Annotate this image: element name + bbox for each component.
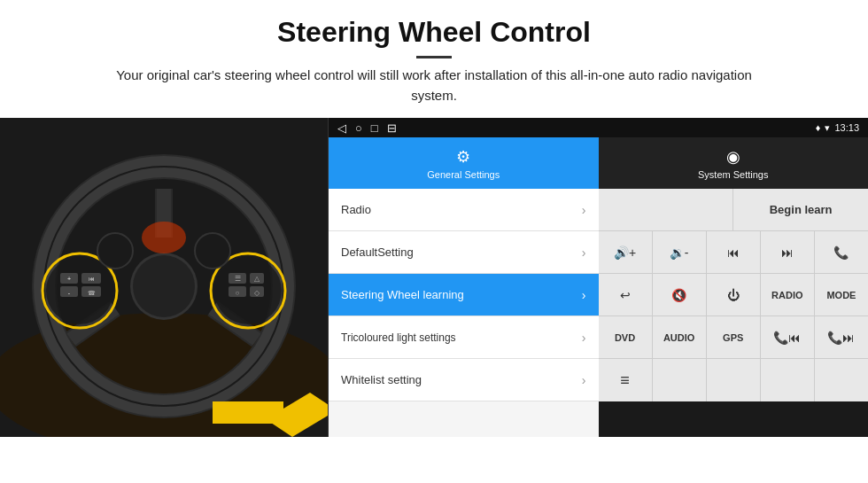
settings-item-steering[interactable]: Steering Wheel learning › xyxy=(329,274,599,316)
empty-cell xyxy=(599,189,734,230)
mode-button[interactable]: MODE xyxy=(815,274,868,316)
control-row-4: ≡ xyxy=(599,359,869,401)
chevron-icon: › xyxy=(582,331,586,345)
title-divider xyxy=(416,56,452,58)
svg-text:⏮: ⏮ xyxy=(89,276,95,282)
radio-button[interactable]: RADIO xyxy=(761,274,815,316)
empty-cell-2 xyxy=(707,359,761,401)
audio-button[interactable]: AUDIO xyxy=(653,316,707,358)
right-control-panel: Begin learn 🔊+ 🔉- ⏮ ⏭ xyxy=(599,189,869,437)
mute-button[interactable]: 🔇 xyxy=(653,274,707,316)
phone-button[interactable]: 📞 xyxy=(815,231,868,273)
svg-text:○: ○ xyxy=(236,289,240,297)
chevron-icon: › xyxy=(582,245,586,260)
gps-button[interactable]: GPS xyxy=(707,316,761,358)
svg-text:△: △ xyxy=(254,275,260,283)
next-track-button[interactable]: ⏭ xyxy=(761,231,815,273)
settings-list: Radio › DefaultSetting › Steering Wheel … xyxy=(329,189,599,437)
svg-text:◇: ◇ xyxy=(254,289,260,297)
nav-recents-icon[interactable]: □ xyxy=(371,121,378,135)
tab-system-label: System Settings xyxy=(698,169,768,180)
volume-up-button[interactable]: 🔊+ xyxy=(599,231,653,273)
settings-item-default[interactable]: DefaultSetting › xyxy=(329,231,599,274)
power-icon: ⏻ xyxy=(727,288,740,302)
chevron-icon: › xyxy=(582,288,586,302)
system-settings-icon: ◉ xyxy=(726,147,740,167)
phone-next-button[interactable]: 📞⏭ xyxy=(815,316,868,358)
svg-rect-34 xyxy=(213,401,283,424)
svg-point-36 xyxy=(97,233,133,269)
steering-wheel-image: + - ⏮ ☎ ☰ △ ○ ◇ xyxy=(0,118,328,437)
svg-text:☰: ☰ xyxy=(235,275,241,283)
settings-item-tricoloured[interactable]: Tricoloured light settings › xyxy=(329,316,599,359)
volume-up-icon: 🔊+ xyxy=(614,245,636,260)
nav-home-icon[interactable]: ○ xyxy=(355,121,362,135)
tab-general-label: General Settings xyxy=(427,169,500,180)
mute-icon: 🔇 xyxy=(671,288,686,302)
signal-icon: ▾ xyxy=(825,122,830,134)
phone-prev-icon: 📞⏮ xyxy=(773,331,801,345)
chevron-icon: › xyxy=(582,203,586,217)
svg-point-35 xyxy=(142,222,186,253)
phone-icon: 📞 xyxy=(833,245,849,260)
menu-icon: ≡ xyxy=(620,371,630,390)
settings-item-radio[interactable]: Radio › xyxy=(329,189,599,231)
tab-general-settings[interactable]: ⚙ General Settings xyxy=(329,137,599,189)
svg-text:☎: ☎ xyxy=(88,290,96,296)
page-description: Your original car's steering wheel contr… xyxy=(102,66,766,105)
nav-screen-icon[interactable]: ⊟ xyxy=(387,121,397,135)
svg-point-12 xyxy=(133,255,195,317)
status-bar-status: ♦ ▾ 13:13 xyxy=(816,122,859,134)
prev-track-icon: ⏮ xyxy=(727,245,740,260)
volume-down-icon: 🔉- xyxy=(670,245,689,260)
phone-prev-button[interactable]: 📞⏮ xyxy=(761,316,815,358)
begin-learn-row: Begin learn xyxy=(599,189,869,231)
control-row-1: 🔊+ 🔉- ⏮ ⏭ 📞 xyxy=(599,231,869,274)
control-row-3: DVD AUDIO GPS 📞⏮ 📞⏭ xyxy=(599,316,869,359)
android-interface: ◁ ○ □ ⊟ ♦ ▾ 13:13 ⚙ General Settings ◉ S… xyxy=(328,118,868,437)
status-bar-nav: ◁ ○ □ ⊟ xyxy=(337,121,397,135)
general-settings-icon: ⚙ xyxy=(456,147,470,167)
settings-item-whitelist[interactable]: Whitelist setting › xyxy=(329,359,599,401)
empty-cell-4 xyxy=(815,359,868,401)
status-bar: ◁ ○ □ ⊟ ♦ ▾ 13:13 xyxy=(329,118,868,137)
hang-up-icon: ↩ xyxy=(620,288,631,302)
page-title: Steering Wheel Control xyxy=(35,16,833,49)
next-track-icon: ⏭ xyxy=(781,245,794,260)
power-button[interactable]: ⏻ xyxy=(707,274,761,316)
page-header: Steering Wheel Control Your original car… xyxy=(0,0,868,114)
empty-cell-3 xyxy=(761,359,815,401)
settings-tabs: ⚙ General Settings ◉ System Settings xyxy=(329,137,868,189)
main-content: + - ⏮ ☎ ☰ △ ○ ◇ xyxy=(0,118,868,437)
chevron-icon: › xyxy=(582,373,586,387)
svg-point-14 xyxy=(46,257,113,324)
android-body: Radio › DefaultSetting › Steering Wheel … xyxy=(329,189,868,437)
volume-down-button[interactable]: 🔉- xyxy=(653,231,707,273)
dvd-button[interactable]: DVD xyxy=(599,316,653,358)
begin-learn-button[interactable]: Begin learn xyxy=(733,189,868,230)
svg-text:+: + xyxy=(67,276,71,282)
location-icon: ♦ xyxy=(816,122,821,133)
prev-track-button[interactable]: ⏮ xyxy=(707,231,761,273)
svg-point-24 xyxy=(214,257,282,324)
empty-cell-1 xyxy=(653,359,707,401)
phone-next-icon: 📞⏭ xyxy=(827,331,855,345)
svg-point-37 xyxy=(195,233,230,269)
control-row-2: ↩ 🔇 ⏻ RADIO MODE xyxy=(599,274,869,316)
tab-system-settings[interactable]: ◉ System Settings xyxy=(599,137,869,189)
time-display: 13:13 xyxy=(834,122,859,133)
menu-button[interactable]: ≡ xyxy=(599,359,653,401)
hang-up-button[interactable]: ↩ xyxy=(599,274,653,316)
nav-back-icon[interactable]: ◁ xyxy=(337,121,346,135)
steering-wheel-svg: + - ⏮ ☎ ☰ △ ○ ◇ xyxy=(0,118,328,437)
